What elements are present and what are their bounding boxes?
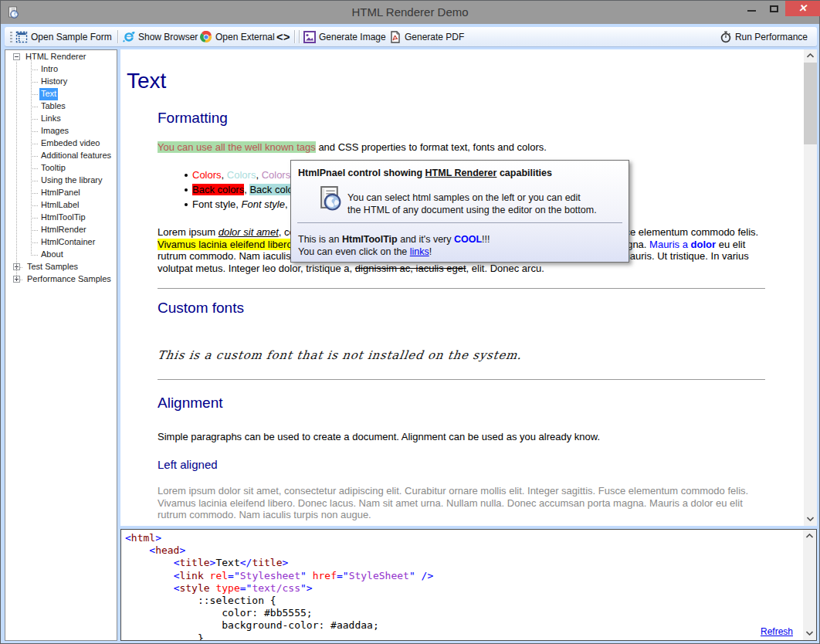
tree-node-label[interactable]: HtmlRender bbox=[39, 224, 88, 236]
tree-connector-line bbox=[31, 230, 38, 231]
code-token-txt: Text bbox=[215, 557, 239, 568]
tree-connector-line bbox=[31, 242, 38, 243]
tree-connector-line bbox=[20, 280, 23, 280]
toolbar-grip bbox=[10, 32, 12, 42]
tree-node-label[interactable]: Images bbox=[39, 125, 70, 137]
tree-connector-line bbox=[31, 107, 38, 107]
scroll-up-arrow-icon[interactable] bbox=[804, 49, 817, 63]
tree-connector-line bbox=[31, 144, 38, 144]
tree-node-label[interactable]: Embeded video bbox=[39, 137, 101, 150]
code-token-pun: > bbox=[307, 582, 313, 594]
code-line[interactable]: } bbox=[125, 632, 204, 641]
code-line[interactable]: ::selection { bbox=[125, 595, 276, 606]
paragraph-line: rutrum commodo. Nam iaculis turpis non a… bbox=[158, 509, 371, 520]
code-token-txt bbox=[125, 557, 174, 568]
code-token-txt: } bbox=[125, 632, 204, 641]
html-source-editor[interactable]: <html> <head> <title>Text</title> <link … bbox=[120, 529, 817, 641]
divider bbox=[158, 379, 765, 380]
text-run: COOL bbox=[454, 234, 482, 245]
tree-node-htmllabel[interactable]: HtmlLabel bbox=[5, 199, 117, 212]
collapse-toggle-icon[interactable] bbox=[13, 53, 20, 60]
code-tags-button[interactable]: <> bbox=[276, 27, 290, 46]
refresh-link[interactable]: Refresh bbox=[761, 626, 793, 637]
code-line[interactable]: color: #bb5555; bbox=[125, 607, 313, 619]
tree-node-htmlcontainer[interactable]: HtmlContainer bbox=[5, 236, 117, 249]
tree-node-label[interactable]: Additional features bbox=[39, 150, 113, 162]
main-scrollbar-thumb[interactable] bbox=[804, 63, 817, 144]
tree-node-label[interactable]: HtmlPanel bbox=[39, 187, 82, 199]
open-external-button[interactable]: Open External bbox=[200, 27, 275, 46]
tree-node-label[interactable]: Intro bbox=[39, 63, 59, 76]
generate-pdf-button[interactable]: Generate PDF bbox=[389, 27, 464, 46]
maximize-button[interactable] bbox=[763, 1, 785, 16]
text-run: This is an bbox=[298, 234, 342, 245]
open-sample-form-button[interactable]: Open Sample Form bbox=[15, 27, 112, 46]
code-line[interactable]: <head> bbox=[125, 544, 185, 556]
tree-node-label[interactable]: HtmlLabel bbox=[39, 199, 81, 212]
tree-node-label[interactable]: About bbox=[39, 249, 65, 261]
text-run: Colors bbox=[262, 169, 291, 181]
tree-node-label[interactable]: Text bbox=[39, 88, 58, 100]
tree-node-label[interactable]: HtmlToolTip bbox=[39, 212, 87, 224]
code-line[interactable]: background-color: #aaddaa; bbox=[125, 619, 379, 631]
generate-image-icon bbox=[303, 31, 316, 43]
code-line[interactable]: <style type="text/css"> bbox=[125, 582, 313, 594]
tree-node-htmltooltip[interactable]: HtmlToolTip bbox=[5, 212, 117, 224]
tree-node-html-renderer[interactable]: HTML Renderer bbox=[5, 51, 117, 63]
code-token-val: Stylesheet bbox=[240, 570, 300, 581]
text-run: , bbox=[222, 169, 227, 181]
tree-node-label[interactable]: Performance Samples bbox=[25, 273, 113, 286]
html-tooltip-popup: HtmlPnael control showing HTML Renderer … bbox=[290, 160, 629, 263]
tree-node-htmlpanel[interactable]: HtmlPanel bbox=[5, 187, 117, 199]
scroll-down-arrow-icon[interactable] bbox=[803, 627, 816, 640]
tree-node-history[interactable]: History bbox=[5, 76, 117, 88]
tree-node-embeded-video[interactable]: Embeded video bbox=[5, 137, 117, 150]
list-item: Colors, Colors, Colors bbox=[192, 169, 290, 181]
scroll-up-arrow-icon[interactable] bbox=[803, 530, 816, 543]
code-line[interactable]: <html> bbox=[125, 532, 161, 544]
tree-node-additional-features[interactable]: Additional features bbox=[5, 150, 117, 162]
code-token-pun: /> bbox=[422, 570, 434, 581]
code-token-attr: rel bbox=[210, 570, 228, 581]
tree-node-about[interactable]: About bbox=[5, 249, 117, 261]
tree-node-label[interactable]: Test Samples bbox=[25, 261, 80, 273]
code-token-pun: </ bbox=[240, 557, 252, 568]
tree-node-label[interactable]: Links bbox=[39, 113, 63, 125]
run-performance-button[interactable]: Run Performance bbox=[720, 27, 808, 46]
tree-node-images[interactable]: Images bbox=[5, 125, 117, 137]
tooltip-link[interactable]: links bbox=[410, 246, 429, 257]
tree-node-label[interactable]: Tooltip bbox=[39, 162, 67, 175]
tree-node-intro[interactable]: Intro bbox=[5, 63, 117, 76]
tree-node-htmlrender[interactable]: HtmlRender bbox=[5, 224, 117, 236]
tree-node-links[interactable]: Links bbox=[5, 113, 117, 125]
tree-node-using-the-library[interactable]: Using the library bbox=[5, 175, 117, 187]
code-line[interactable]: <title>Text</title> bbox=[125, 557, 288, 568]
form-window-icon bbox=[15, 31, 28, 43]
show-browser-button[interactable]: Show Browser bbox=[123, 27, 198, 46]
close-button[interactable]: ✕ bbox=[785, 1, 820, 16]
generate-image-button[interactable]: Generate Image bbox=[303, 27, 386, 46]
tree-node-tooltip[interactable]: Tooltip bbox=[5, 162, 117, 175]
tree-node-tables[interactable]: Tables bbox=[5, 100, 117, 113]
code-scrollbar[interactable] bbox=[803, 530, 816, 640]
scroll-down-arrow-icon[interactable] bbox=[804, 513, 817, 526]
tree-connector-line bbox=[31, 168, 38, 169]
main-scrollbar[interactable] bbox=[804, 49, 817, 526]
tree-node-text[interactable]: Text bbox=[5, 88, 117, 100]
close-icon: ✕ bbox=[785, 1, 820, 16]
tree-node-label[interactable]: HtmlContainer bbox=[39, 236, 97, 249]
divider bbox=[158, 288, 765, 289]
tree-node-label[interactable]: Tables bbox=[39, 100, 67, 113]
tree-node-label[interactable]: History bbox=[39, 76, 69, 88]
content-title: Text bbox=[127, 69, 166, 93]
list-bullet bbox=[185, 188, 188, 192]
code-line[interactable]: <link rel="Stylesheet" href="StyleSheet"… bbox=[125, 570, 433, 581]
tooltip-footer-line: You can even click on the links! bbox=[298, 246, 432, 257]
tree-node-label[interactable]: HTML Renderer bbox=[24, 51, 87, 63]
text-run: dignissim ac, iaculis eget bbox=[355, 263, 466, 274]
minimize-button[interactable] bbox=[740, 1, 763, 16]
tree-node-label[interactable]: Using the library bbox=[39, 175, 103, 187]
text-run: Fusce elementum commodo felis. bbox=[608, 226, 758, 238]
paragraph-alignment: Simple paragraphs can be used to create … bbox=[158, 431, 600, 442]
code-token-pun: < bbox=[125, 532, 131, 544]
